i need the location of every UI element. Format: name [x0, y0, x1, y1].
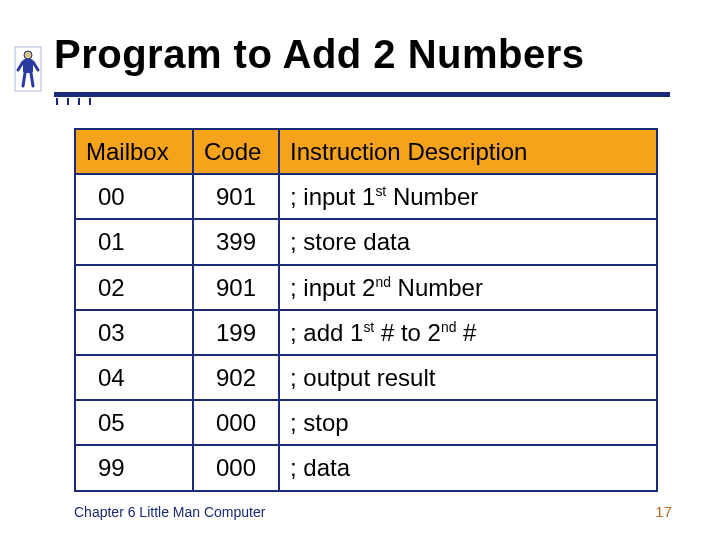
table-row: 00901; input 1st Number — [75, 174, 657, 219]
table-body: 00901; input 1st Number01399; store data… — [75, 174, 657, 490]
table-row: 99000; data — [75, 445, 657, 490]
col-code: Code — [193, 129, 279, 174]
footer-page-number: 17 — [655, 503, 672, 520]
program-table: Mailbox Code Instruction Description 009… — [74, 128, 656, 492]
cell-mailbox: 03 — [75, 310, 193, 355]
svg-point-1 — [24, 51, 32, 59]
cell-description: ; store data — [279, 219, 657, 264]
title-underline — [54, 92, 670, 97]
slide: Program to Add 2 Numbers Mailbox Code In… — [0, 0, 720, 540]
cell-code: 000 — [193, 400, 279, 445]
slide-title: Program to Add 2 Numbers — [54, 32, 585, 77]
cell-code: 000 — [193, 445, 279, 490]
svg-line-4 — [33, 62, 38, 70]
title-tick — [56, 98, 58, 105]
svg-line-6 — [31, 73, 33, 86]
cell-mailbox: 02 — [75, 265, 193, 310]
cell-description: ; output result — [279, 355, 657, 400]
cell-description: ; stop — [279, 400, 657, 445]
footer-chapter: Chapter 6 Little Man Computer — [74, 504, 265, 520]
col-description: Instruction Description — [279, 129, 657, 174]
cell-description: ; input 1st Number — [279, 174, 657, 219]
table-row: 04902; output result — [75, 355, 657, 400]
col-mailbox: Mailbox — [75, 129, 193, 174]
table-header-row: Mailbox Code Instruction Description — [75, 129, 657, 174]
svg-line-3 — [18, 62, 23, 70]
cell-description: ; input 2nd Number — [279, 265, 657, 310]
little-man-icon — [14, 46, 42, 92]
cell-code: 901 — [193, 265, 279, 310]
cell-code: 399 — [193, 219, 279, 264]
cell-mailbox: 05 — [75, 400, 193, 445]
cell-code: 199 — [193, 310, 279, 355]
title-tick — [67, 98, 69, 105]
table-row: 03199; add 1st # to 2nd # — [75, 310, 657, 355]
cell-description: ; add 1st # to 2nd # — [279, 310, 657, 355]
cell-description: ; data — [279, 445, 657, 490]
svg-rect-2 — [23, 59, 33, 73]
table-row: 02901; input 2nd Number — [75, 265, 657, 310]
cell-mailbox: 99 — [75, 445, 193, 490]
cell-mailbox: 04 — [75, 355, 193, 400]
cell-code: 902 — [193, 355, 279, 400]
table-row: 05000; stop — [75, 400, 657, 445]
cell-code: 901 — [193, 174, 279, 219]
svg-line-5 — [23, 73, 25, 86]
title-tick — [89, 98, 91, 105]
cell-mailbox: 01 — [75, 219, 193, 264]
title-tick-row — [54, 98, 670, 105]
title-tick — [78, 98, 80, 105]
table-row: 01399; store data — [75, 219, 657, 264]
cell-mailbox: 00 — [75, 174, 193, 219]
